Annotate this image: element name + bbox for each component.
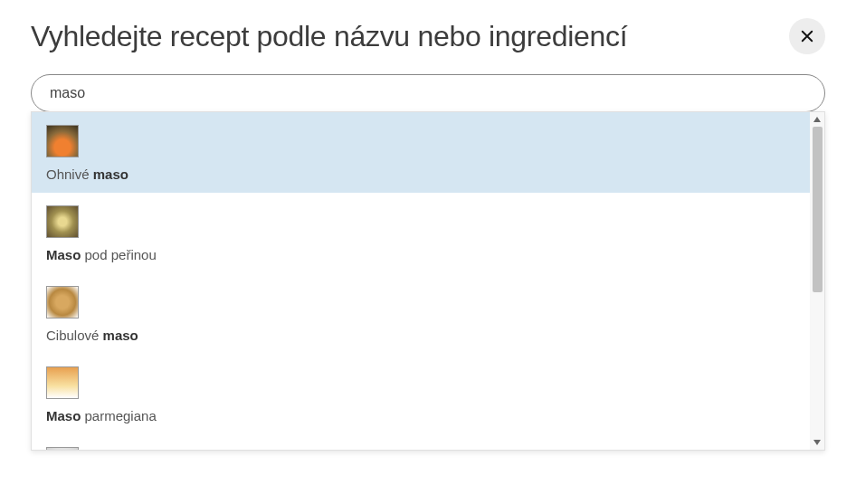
result-thumbnail	[46, 286, 79, 319]
result-label: Ohnivé maso	[46, 166, 795, 182]
result-item[interactable]: Ohnivé maso	[32, 112, 810, 193]
result-item[interactable]: Maso pod peřinou	[32, 193, 810, 273]
autocomplete-dropdown: Ohnivé masoMaso pod peřinouCibulové maso…	[31, 111, 825, 451]
result-text-match: Maso	[46, 247, 81, 262]
result-text-pre: Ohnivé	[46, 166, 93, 182]
scroll-thumb[interactable]	[813, 127, 823, 292]
result-item[interactable]: Maso parmegiana	[32, 354, 810, 434]
result-thumbnail	[46, 125, 79, 157]
result-text-post: parmegiana	[81, 408, 156, 423]
result-label: Cibulové maso	[46, 328, 795, 343]
scrollbar[interactable]	[810, 112, 824, 450]
result-thumbnail	[46, 205, 79, 238]
result-text-post: pod peřinou	[81, 247, 156, 262]
search-input[interactable]	[31, 74, 825, 112]
search-wrapper: Ohnivé masoMaso pod peřinouCibulové maso…	[31, 74, 825, 112]
search-dialog: Vyhledejte recept podle názvu nebo ingre…	[0, 0, 856, 130]
header-row: Vyhledejte recept podle názvu nebo ingre…	[31, 18, 825, 54]
result-thumbnail	[46, 366, 79, 399]
close-icon	[799, 28, 815, 44]
result-item[interactable]: Cibulové maso	[32, 273, 810, 354]
result-text-match: Maso	[46, 408, 81, 423]
result-item[interactable]	[32, 434, 810, 450]
results-list: Ohnivé masoMaso pod peřinouCibulové maso…	[32, 112, 810, 450]
result-label: Maso parmegiana	[46, 408, 795, 423]
scroll-down-arrow[interactable]	[810, 435, 824, 450]
close-button[interactable]	[789, 18, 825, 54]
scroll-up-arrow[interactable]	[810, 112, 824, 127]
result-text-match: maso	[93, 166, 128, 182]
result-label: Maso pod peřinou	[46, 247, 795, 262]
result-thumbnail	[46, 447, 79, 450]
result-text-pre: Cibulové	[46, 328, 103, 343]
result-text-match: maso	[103, 328, 138, 343]
dialog-title: Vyhledejte recept podle názvu nebo ingre…	[31, 20, 627, 53]
